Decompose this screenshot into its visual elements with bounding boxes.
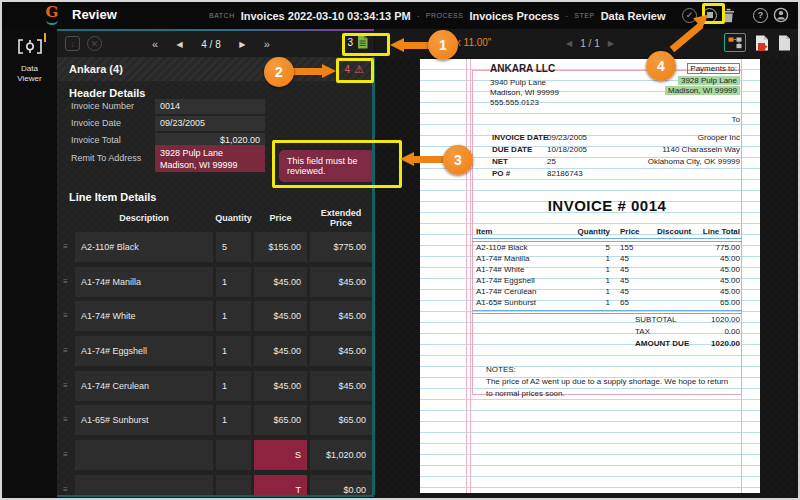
row-drag-handle[interactable]: ≡: [59, 371, 72, 401]
doc-remit-highlight[interactable]: Madison, WI 99999: [665, 86, 740, 95]
tax-flagged-cell[interactable]: T: [254, 475, 307, 495]
callout-1: 1: [428, 30, 458, 60]
price-cell[interactable]: $45.00: [254, 336, 307, 366]
quantity-cell[interactable]: [216, 440, 251, 470]
doc-total-row: SUBTOTAL 1020.00: [472, 315, 742, 326]
row-drag-handle[interactable]: ≡: [59, 232, 72, 262]
previous-document-button[interactable]: ◀: [177, 40, 183, 49]
callout-arrow-3: [400, 152, 414, 166]
table-row: ≡ A1-74# Manilla 1 $45.00 $45.00: [57, 267, 374, 297]
next-document-button[interactable]: ▶: [239, 40, 245, 49]
extended-price-cell[interactable]: $45.00: [310, 301, 372, 331]
doc-price: 45: [620, 276, 629, 285]
doc-tax-label: TAX: [635, 327, 650, 336]
doc-line-total: 45.00: [670, 287, 740, 296]
cancel-button[interactable]: ✕: [87, 36, 102, 51]
doc-price: 65: [620, 298, 629, 307]
data-viewer-icon: [17, 38, 43, 55]
doc-remit-highlight[interactable]: 3928 Pulp Lane: [678, 76, 740, 85]
callout-3: 3: [443, 145, 473, 175]
quantity-cell[interactable]: 1: [216, 405, 251, 435]
doc-bill-to-line: Grooper Inc: [698, 133, 740, 142]
extended-price-cell[interactable]: $45.00: [310, 336, 372, 366]
invoice-date-field[interactable]: 09/23/2005: [155, 116, 265, 131]
doc-item: A1-74# Manilla: [476, 254, 529, 263]
field-row-invoice-number: Invoice Number 0014: [71, 99, 265, 114]
price-cell[interactable]: $45.00: [254, 267, 307, 297]
page-icon[interactable]: [778, 35, 791, 51]
margin-line: [470, 59, 471, 493]
description-cell[interactable]: [75, 440, 213, 470]
price-cell[interactable]: $45.00: [254, 301, 307, 331]
price-cell[interactable]: $155.00: [254, 232, 307, 262]
quantity-cell[interactable]: 1: [216, 371, 251, 401]
extended-price-cell[interactable]: $45.00: [310, 371, 372, 401]
doc-table-header: Item Quantity Price Discount Line Total: [472, 227, 742, 238]
row-drag-handle[interactable]: ≡: [59, 475, 72, 495]
description-cell[interactable]: A1-74# Cerulean: [75, 371, 213, 401]
sidebar-item-data-viewer[interactable]: Data Viewer: [2, 29, 57, 84]
extended-price-cell[interactable]: $65.00: [310, 405, 372, 435]
quantity-cell[interactable]: 5: [216, 232, 251, 262]
callout-arrow-1: [403, 42, 431, 49]
doc-total-row: TAX 0.00: [472, 327, 742, 338]
flagged-documents-badge[interactable]: 3: [347, 35, 368, 49]
next-page-button[interactable]: ▶: [608, 39, 614, 48]
separator: ·: [565, 11, 568, 21]
panel-divider[interactable]: [372, 57, 375, 495]
help-icon[interactable]: ?: [753, 8, 768, 23]
doc-line-total: 775.00: [670, 243, 740, 252]
pdf-export-icon[interactable]: [755, 35, 769, 51]
description-cell[interactable]: [75, 475, 213, 495]
remit-to-address-field[interactable]: 3928 Pulp Lane Madison, WI 99999: [155, 145, 265, 172]
last-document-button[interactable]: »: [264, 39, 270, 50]
description-cell[interactable]: A1-74# White: [75, 301, 213, 331]
doc-payments-to-zone[interactable]: Payments to:: [687, 64, 740, 73]
quantity-cell[interactable]: 1: [216, 267, 251, 297]
table-row: ≡ A2-110# Black 5 $155.00 $775.00: [57, 232, 374, 262]
row-drag-handle[interactable]: ≡: [59, 301, 72, 331]
column-extended-price: Extended Price: [310, 204, 372, 232]
save-button[interactable]: ↓: [65, 36, 80, 51]
quantity-cell[interactable]: [216, 475, 251, 495]
doc-meta-value: 09/23/2005: [547, 133, 587, 142]
table-row: ≡ A1-74# Eggshell 1 $45.00 $45.00: [57, 336, 374, 366]
extended-price-cell[interactable]: $45.00: [310, 267, 372, 297]
document-position: 4 / 8: [201, 39, 220, 50]
line-items-heading: Line Item Details: [69, 191, 156, 203]
row-drag-handle[interactable]: ≡: [59, 405, 72, 435]
price-cell[interactable]: $65.00: [254, 405, 307, 435]
price-cell[interactable]: $45.00: [254, 371, 307, 401]
callout-arrow-3: [413, 156, 445, 163]
description-cell[interactable]: A1-65# Sunburst: [75, 405, 213, 435]
previous-page-button[interactable]: ◀: [566, 39, 572, 48]
extended-price-cell[interactable]: $1,020.00: [310, 440, 372, 470]
row-drag-handle[interactable]: ≡: [59, 440, 72, 470]
row-drag-handle[interactable]: ≡: [59, 267, 72, 297]
invoice-number-field[interactable]: 0014: [155, 99, 265, 114]
row-drag-handle[interactable]: ≡: [59, 336, 72, 366]
user-account-icon[interactable]: [773, 7, 789, 23]
description-cell[interactable]: A1-74# Manilla: [75, 267, 213, 297]
doc-quantity: 1: [550, 254, 610, 263]
description-cell[interactable]: A2-110# Black: [75, 232, 213, 262]
extended-price-cell[interactable]: $0.00: [310, 475, 372, 495]
description-cell[interactable]: A1-74# Eggshell: [75, 336, 213, 366]
first-document-button[interactable]: «: [152, 39, 158, 50]
quantity-cell[interactable]: 1: [216, 336, 251, 366]
error-count: 4: [345, 64, 351, 75]
doc-rule: [472, 238, 742, 242]
extended-price-cell[interactable]: $775.00: [310, 232, 372, 262]
quantity-cell[interactable]: 1: [216, 301, 251, 331]
document-page[interactable]: ANKARA LLC 3940 Pulp Lane Madison, WI 99…: [420, 59, 760, 493]
app-window: G Review BATCH Invoices 2022-03-10 03:34…: [0, 0, 800, 500]
doc-tax-value: 0.00: [670, 327, 740, 336]
trash-icon[interactable]: [722, 8, 735, 23]
batch-label: BATCH: [209, 12, 235, 19]
doc-notes-label: NOTES:: [486, 365, 516, 374]
subtotal-flagged-cell[interactable]: S: [254, 440, 307, 470]
linked-view-toggle[interactable]: [724, 33, 746, 52]
doc-total-row: AMOUNT DUE 1020.00: [472, 339, 742, 350]
doc-line-total: 45.00: [670, 265, 740, 274]
callout-2: 2: [264, 57, 294, 87]
